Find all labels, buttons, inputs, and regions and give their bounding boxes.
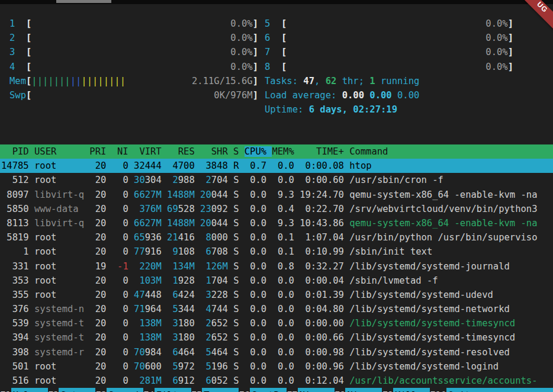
cpu-meter-6: 6 [ 0.0%]	[265, 31, 513, 45]
process-row-353[interactable]: 353 root 20 0 103M 1928 1704 S 0.0 0.0 0…	[1, 274, 553, 288]
tasks-summary: Tasks: 47, 62 thr; 1 running	[265, 74, 513, 88]
fkey-f5[interactable]: F5	[191, 388, 202, 392]
fkey-f4[interactable]: F4	[143, 388, 155, 392]
fkey-f2[interactable]: F2	[48, 388, 59, 392]
table-header-row[interactable]: PID USER PRI NI VIRT RES SHR S CPU% MEM%…	[0, 144, 553, 159]
fkey-f5-label[interactable]: Tree	[202, 388, 239, 392]
process-row-331[interactable]: 331 root 19 -1 220M 134M 126M S 0.0 0.8 …	[1, 259, 553, 274]
cpu-meter-7: 7 [ 0.0%]	[265, 45, 513, 59]
fkey-f10-label[interactable]: Quit	[446, 388, 553, 392]
cpu-meter-5: 5 [ 0.0%]	[265, 17, 513, 31]
swap-meter: Swp[ 0K/976M]	[9, 88, 258, 102]
process-row-8097[interactable]: 8097 libvirt-q 20 0 6627M 1488M 20044 S …	[1, 188, 553, 202]
fkey-f2-label[interactable]: Setup	[59, 388, 95, 392]
uptime: Uptime: 6 days, 02:27:19	[265, 102, 513, 117]
fkey-f8[interactable]: F8	[335, 388, 346, 392]
process-row-376[interactable]: 376 systemd-n 20 0 71964 5344 4744 S 0.0…	[1, 302, 553, 316]
fkey-f1-label[interactable]: Help	[11, 388, 48, 392]
fkey-f10[interactable]: F10	[430, 388, 446, 392]
htop-terminal: UG 1 [ 0.0%]2 [ 0.0%]3 [ 0.0%]4 [ 0.0%]M…	[0, 0, 553, 392]
meters-left: 1 [ 0.0%]2 [ 0.0%]3 [ 0.0%]4 [ 0.0%]Mem[…	[9, 17, 258, 129]
mem-meter: Mem[||||||||||||||||| 2.11G/15.6G]	[9, 74, 258, 88]
sort-column-header[interactable]: CPU%	[245, 146, 272, 157]
process-row-1[interactable]: 1 root 20 0 77916 9108 6708 S 0.0 0.1 0:…	[1, 245, 553, 259]
top-strip	[0, 0, 553, 4]
function-key-bar: F1Help F2Setup F3SearchF4FilterF5Tree F6…	[0, 388, 553, 392]
fkey-f9-label[interactable]: Kill	[393, 388, 430, 392]
fkey-f7-label[interactable]: Nice -	[298, 388, 335, 392]
meters-right: 5 [ 0.0%]6 [ 0.0%]7 [ 0.0%]8 [ 0.0%]Task…	[265, 17, 513, 129]
process-row-539[interactable]: 539 systemd-t 20 0 138M 3180 2652 S 0.0 …	[1, 316, 553, 330]
fkey-f3[interactable]: F3	[95, 388, 107, 392]
process-row-355[interactable]: 355 root 20 0 47448 6424 3228 S 0.0 0.0 …	[1, 288, 553, 302]
fkey-f8-label[interactable]: Nice +	[345, 388, 382, 392]
process-row-512[interactable]: 512 root 20 0 30304 2988 2704 S 0.0 0.0 …	[1, 173, 553, 187]
process-table: PID USER PRI NI VIRT RES SHR S CPU% MEM%…	[0, 144, 553, 388]
fkey-f6[interactable]: F6	[239, 388, 250, 392]
cpu-meter-1: 1 [ 0.0%]	[9, 17, 258, 31]
process-row-516[interactable]: 516 root 20 0 281M 6912 6052 S 0.0 0.0 0…	[1, 374, 553, 388]
process-row-14785[interactable]: 14785 root 20 0 32444 4700 3848 R 0.7 0.…	[0, 159, 553, 173]
fkey-f9[interactable]: F9	[382, 388, 393, 392]
cpu-meter-8: 8 [ 0.0%]	[265, 60, 513, 74]
cpu-meter-4: 4 [ 0.0%]	[9, 60, 258, 74]
top-handle[interactable]	[56, 0, 111, 3]
fkey-f4-label[interactable]: Filter	[155, 388, 191, 392]
cpu-meter-3: 3 [ 0.0%]	[9, 45, 258, 59]
process-row-398[interactable]: 398 systemd-r 20 0 70984 6464 5464 S 0.0…	[1, 345, 553, 359]
cpu-meter-2: 2 [ 0.0%]	[9, 31, 258, 45]
fkey-f6-label[interactable]: SortBy	[250, 388, 287, 392]
process-row-501[interactable]: 501 root 20 0 70600 5972 5196 S 0.0 0.0 …	[1, 359, 553, 374]
fkey-f3-label[interactable]: Search	[107, 388, 143, 392]
table-body: 14785 root 20 0 32444 4700 3848 R 0.7 0.…	[1, 159, 553, 388]
meters-panel: 1 [ 0.0%]2 [ 0.0%]3 [ 0.0%]4 [ 0.0%]Mem[…	[0, 4, 553, 129]
load-average: Load average: 0.00 0.00 0.00	[265, 88, 513, 102]
process-row-394[interactable]: 394 systemd-t 20 0 138M 3180 2652 S 0.0 …	[1, 330, 553, 345]
fkey-f1[interactable]: F1	[0, 388, 11, 392]
fkey-f7[interactable]: F7	[287, 388, 298, 392]
process-row-5850[interactable]: 5850 www-data 20 0 376M 69528 23092 S 0.…	[1, 202, 553, 216]
process-row-5819[interactable]: 5819 root 20 0 65936 21416 8000 S 0.0 0.…	[1, 230, 553, 245]
process-row-8113[interactable]: 8113 libvirt-q 20 0 6627M 1488M 20044 S …	[1, 216, 553, 230]
